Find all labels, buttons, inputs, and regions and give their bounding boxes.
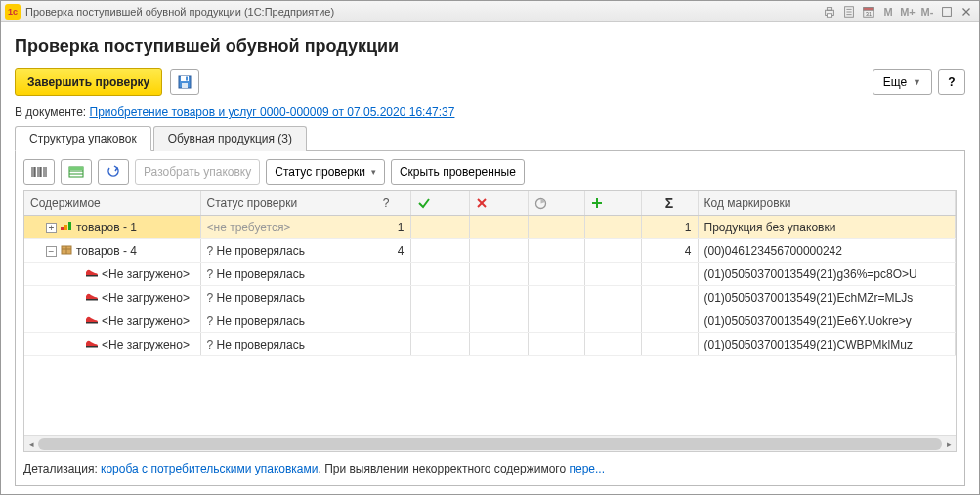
row-content-text: <Не загружено>: [102, 338, 190, 351]
print-icon[interactable]: [821, 4, 838, 20]
steps-icon: [60, 220, 73, 231]
hide-checked-button[interactable]: Скрыть проверенные: [391, 159, 525, 185]
svg-rect-41: [86, 299, 98, 301]
cell-empty: [469, 239, 528, 263]
svg-rect-1: [827, 7, 831, 10]
tab-shoe-products[interactable]: Обувная продукция (3): [153, 126, 307, 151]
horizontal-scrollbar[interactable]: ◂ ▸: [24, 435, 956, 451]
cell-question: 4: [362, 239, 410, 263]
col-fail[interactable]: [469, 191, 528, 216]
disassemble-package-button: Разобрать упаковку: [135, 159, 260, 185]
cell-empty: [410, 333, 469, 356]
cell-question: [362, 309, 410, 333]
cell-empty: [528, 239, 584, 263]
status-text: <не требуется>: [207, 221, 291, 234]
table-row[interactable]: <Не загружено>? Не проверялась(01)050503…: [24, 263, 956, 286]
detail-link[interactable]: короба с потребительскими упаковками: [101, 462, 318, 475]
barcode-button[interactable]: [23, 159, 55, 185]
col-ok[interactable]: [410, 191, 469, 216]
svg-rect-2: [827, 13, 831, 17]
status-text: Не проверялась: [217, 244, 305, 258]
svg-rect-16: [186, 77, 188, 81]
cell-empty: [469, 286, 528, 309]
table-row[interactable]: +товаров - 1<не требуется>11Продукция бе…: [24, 216, 956, 239]
cell-empty: [469, 309, 528, 333]
grid-header-row: Содержимое Статус проверки ? Σ Код марки…: [24, 191, 956, 216]
doc-link[interactable]: Приобретение товаров и услуг 0000-000009…: [90, 105, 455, 119]
svg-text:31: 31: [866, 10, 872, 16]
refresh-button[interactable]: [98, 159, 129, 185]
cell-question: [362, 333, 410, 356]
table-row[interactable]: <Не загружено>? Не проверялась(01)050503…: [24, 333, 956, 356]
app-window: 1c Проверка поступившей обувной продукци…: [0, 0, 980, 495]
col-add[interactable]: [584, 191, 641, 216]
detail-rest: . При выявлении некорректного содержимог…: [318, 462, 569, 475]
tab-packaging-structure[interactable]: Структура упаковок: [15, 126, 151, 151]
finish-check-button[interactable]: Завершить проверку: [15, 68, 162, 96]
cell-empty: [528, 286, 584, 309]
calc-icon[interactable]: [840, 4, 858, 20]
cell-empty: [584, 263, 641, 286]
status-prefix: ?: [207, 314, 217, 328]
calendar-icon[interactable]: 31: [860, 4, 877, 20]
cell-marking-code: (00)046123456700000242: [698, 239, 956, 263]
help-button[interactable]: ?: [938, 69, 965, 95]
doc-label: В документе:: [15, 105, 90, 119]
svg-rect-10: [943, 7, 952, 16]
more-button[interactable]: Еще▼: [873, 69, 932, 95]
check-status-dropdown[interactable]: Статус проверки ▾: [266, 159, 385, 185]
detail-label: Детализация:: [23, 462, 101, 475]
detail-line: Детализация: короба с потребительскими у…: [23, 462, 957, 475]
col-content[interactable]: Содержимое: [24, 191, 200, 216]
status-prefix: ?: [207, 244, 217, 258]
cell-question: 1: [362, 216, 410, 239]
minimize-button[interactable]: [938, 4, 956, 20]
cell-marking-code: Продукция без упаковки: [698, 216, 956, 239]
cell-empty: [410, 263, 469, 286]
memory-mminus-button[interactable]: M-: [918, 4, 936, 20]
app-icon: 1c: [5, 4, 21, 20]
cell-sigma: [641, 263, 698, 286]
save-button[interactable]: [170, 69, 199, 95]
svg-rect-28: [69, 167, 83, 170]
svg-rect-36: [68, 222, 71, 230]
row-content-text: <Не загружено>: [102, 268, 190, 281]
collapse-icon[interactable]: −: [46, 246, 57, 257]
col-pending[interactable]: [528, 191, 584, 216]
document-reference: В документе: Приобретение товаров и услу…: [15, 105, 965, 119]
cell-empty: [469, 216, 528, 239]
svg-rect-40: [86, 275, 98, 277]
close-button[interactable]: [958, 4, 975, 20]
cell-sigma: [641, 286, 698, 309]
grid-container: Содержимое Статус проверки ? Σ Код марки…: [23, 190, 957, 452]
col-status[interactable]: Статус проверки: [200, 191, 362, 216]
table-row[interactable]: −товаров - 4? Не проверялась44(00)046123…: [24, 239, 956, 263]
cell-sigma: [641, 309, 698, 333]
memory-mplus-button[interactable]: M+: [899, 4, 916, 20]
tab-body: Разобрать упаковку Статус проверки ▾ Скр…: [15, 151, 965, 486]
cell-question: [362, 263, 410, 286]
table-row[interactable]: <Не загружено>? Не проверялась(01)050503…: [24, 309, 956, 333]
table-row[interactable]: <Не загружено>? Не проверялась(01)050503…: [24, 286, 956, 309]
window-title: Проверка поступившей обувной продукции (…: [25, 6, 821, 18]
memory-m-button[interactable]: M: [879, 4, 897, 20]
expand-icon[interactable]: +: [46, 223, 57, 233]
cell-empty: [584, 309, 641, 333]
row-content-text: <Не загружено>: [102, 291, 190, 305]
table-view-button[interactable]: [61, 159, 92, 185]
shoe-icon: [85, 337, 99, 349]
packaging-grid[interactable]: Содержимое Статус проверки ? Σ Код марки…: [24, 191, 956, 356]
row-content-text: товаров - 4: [76, 244, 137, 258]
scroll-thumb[interactable]: [38, 438, 942, 450]
cell-empty: [584, 216, 641, 239]
cell-empty: [584, 286, 641, 309]
col-marking-code[interactable]: Код маркировки: [698, 191, 956, 216]
detail-more-link[interactable]: пере...: [569, 462, 605, 475]
col-question[interactable]: ?: [362, 191, 410, 216]
shoe-icon: [85, 290, 99, 302]
col-sigma[interactable]: Σ: [641, 191, 698, 216]
shoe-icon: [85, 267, 99, 278]
scroll-right-arrow[interactable]: ▸: [942, 436, 956, 452]
scroll-left-arrow[interactable]: ◂: [24, 436, 38, 452]
cell-empty: [410, 286, 469, 309]
